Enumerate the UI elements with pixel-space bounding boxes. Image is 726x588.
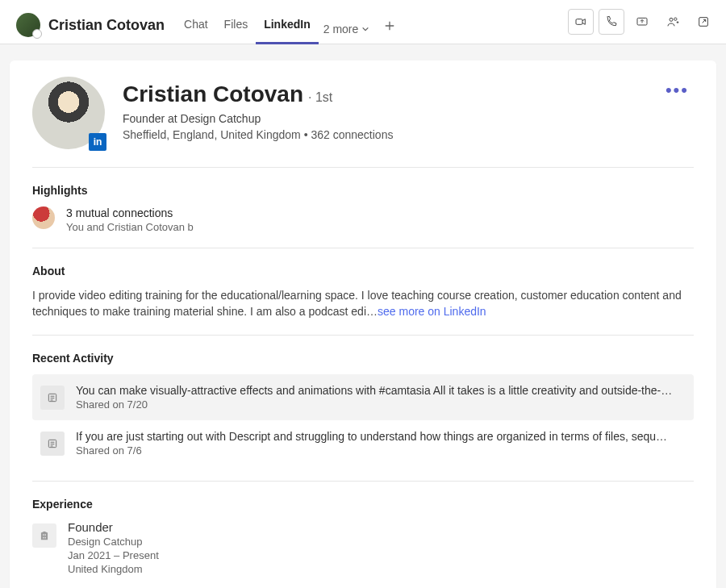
about-text: I provide video editing training for the… <box>32 289 682 318</box>
linkedin-card: in Cristian Cotovan · 1st Founder at Des… <box>10 60 716 588</box>
connection-degree: · 1st <box>308 90 332 105</box>
activity-date: Shared on 7/6 <box>76 444 673 457</box>
video-call-button[interactable] <box>568 9 594 35</box>
profile-location-connections: Sheffield, England, United Kingdom • 362… <box>123 128 643 141</box>
tab-more[interactable]: 2 more <box>319 23 377 44</box>
share-screen-icon <box>636 15 649 28</box>
top-bar: Cristian Cotovan Chat Files LinkedIn 2 m… <box>0 0 726 44</box>
profile-connections: 362 connections <box>311 128 393 141</box>
activity-item[interactable]: You can make visually-attractive effects… <box>32 374 694 420</box>
tab-strip: Chat Files LinkedIn 2 more <box>176 6 403 44</box>
video-icon <box>574 15 587 28</box>
content-scroll[interactable]: in Cristian Cotovan · 1st Founder at Des… <box>0 44 726 588</box>
activity-title: You can make visually-attractive effects… <box>76 384 673 397</box>
audio-call-button[interactable] <box>599 9 624 35</box>
activity-title: If you are just starting out with Descri… <box>76 430 673 443</box>
experience-heading: Experience <box>32 498 694 511</box>
about-section: About I provide video editing training f… <box>32 248 694 335</box>
company-logo-placeholder <box>32 523 56 548</box>
add-tab-button[interactable] <box>376 19 403 44</box>
mutual-connections-title: 3 mutual connections <box>66 206 194 219</box>
activity-item[interactable]: If you are just starting out with Descri… <box>32 420 694 466</box>
article-icon <box>40 386 65 410</box>
mutual-connection-avatar <box>32 206 55 229</box>
experience-item: Founder Design Catchup Jan 2021 – Presen… <box>32 520 694 575</box>
profile-location: Sheffield, England, United Kingdom <box>123 128 301 141</box>
about-text-block: I provide video editing training for the… <box>32 287 694 320</box>
experience-dates: Jan 2021 – Present <box>68 549 159 561</box>
tab-chat[interactable]: Chat <box>176 11 216 44</box>
activity-date: Shared on 7/20 <box>76 398 673 411</box>
profile-info: Cristian Cotovan · 1st Founder at Design… <box>123 77 643 149</box>
add-people-button[interactable] <box>660 9 686 35</box>
top-actions <box>568 9 716 41</box>
profile-avatar[interactable]: in <box>32 77 105 149</box>
see-more-link[interactable]: see more on LinkedIn <box>378 305 486 318</box>
profile-name: Cristian Cotovan <box>123 81 303 107</box>
building-icon <box>39 530 50 541</box>
popout-button[interactable] <box>691 9 716 35</box>
popout-icon <box>697 15 710 28</box>
presence-avatar[interactable] <box>16 13 40 37</box>
linkedin-badge-icon: in <box>89 133 106 151</box>
share-screen-button[interactable] <box>629 9 655 35</box>
profile-header: in Cristian Cotovan · 1st Founder at Des… <box>32 77 694 167</box>
phone-icon <box>605 15 618 28</box>
chevron-down-icon <box>361 25 369 33</box>
highlights-heading: Highlights <box>32 184 694 197</box>
tab-linkedin[interactable]: LinkedIn <box>256 11 319 44</box>
experience-role: Founder <box>68 520 159 534</box>
plus-icon <box>384 20 395 31</box>
profile-headline: Founder at Design Catchup <box>123 112 643 125</box>
recent-activity-section: Recent Activity You can make visually-at… <box>32 335 694 481</box>
mutual-connections-subtitle: You and Cristian Cotovan b <box>66 221 194 233</box>
tab-more-label: 2 more <box>323 23 359 35</box>
svg-point-3 <box>674 18 677 20</box>
about-heading: About <box>32 265 694 277</box>
profile-more-button[interactable]: ••• <box>661 77 694 149</box>
svg-rect-0 <box>576 19 582 25</box>
experience-section: Experience Founder Design Catchup Jan 20… <box>32 481 694 588</box>
people-add-icon <box>666 15 679 28</box>
recent-activity-heading: Recent Activity <box>32 352 694 365</box>
article-icon <box>40 432 65 456</box>
tab-files[interactable]: Files <box>216 11 257 44</box>
experience-location: United Kingdom <box>68 563 159 575</box>
highlights-section: Highlights 3 mutual connections You and … <box>32 167 694 248</box>
svg-point-2 <box>670 18 673 21</box>
conversation-title: Cristian Cotovan <box>48 17 165 34</box>
experience-company: Design Catchup <box>68 536 159 548</box>
